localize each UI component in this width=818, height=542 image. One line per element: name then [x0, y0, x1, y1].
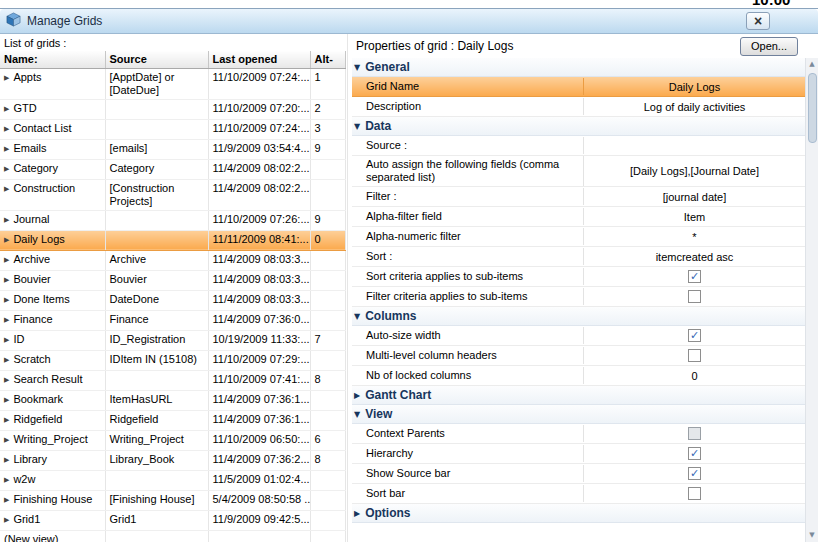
property-value-cell[interactable]: ✓: [584, 268, 805, 285]
grid-last-opened-cell[interactable]: 11/9/2009 03:54:4...: [208, 139, 310, 159]
grid-alt-cell[interactable]: 6: [310, 430, 345, 450]
grid-source-cell[interactable]: Writing_Project: [105, 430, 208, 450]
grid-name-cell[interactable]: ▶Appts: [0, 68, 105, 99]
grid-name-cell[interactable]: ▶ID: [0, 330, 105, 350]
grid-source-cell[interactable]: IDItem IN (15108): [105, 350, 208, 370]
property-value-cell[interactable]: 0: [584, 368, 805, 384]
property-value[interactable]: 0: [691, 370, 697, 382]
property-value[interactable]: Daily Logs: [669, 81, 720, 93]
property-row[interactable]: Context Parents: [352, 424, 805, 444]
grid-name-cell[interactable]: (New view): [0, 530, 105, 542]
grid-name-cell[interactable]: ▶Journal: [0, 210, 105, 230]
grid-alt-cell[interactable]: [310, 410, 345, 430]
grid-alt-cell[interactable]: 3: [310, 119, 345, 139]
grid-row[interactable]: ▶Emails[emails]11/9/2009 03:54:4...9: [0, 139, 345, 159]
grid-last-opened-cell[interactable]: 11/4/2009 08:03:3...: [208, 250, 310, 270]
property-value-cell[interactable]: ✓: [584, 327, 805, 344]
grid-row[interactable]: ▶LibraryLibrary_Book11/4/2009 07:36:2...…: [0, 450, 345, 470]
grid-last-opened-cell[interactable]: 11/10/2009 07:24:...: [208, 68, 310, 99]
grid-source-cell[interactable]: Finance: [105, 310, 208, 330]
property-row[interactable]: Show Source bar✓: [352, 464, 805, 484]
grid-name-cell[interactable]: ▶Archive: [0, 250, 105, 270]
grid-last-opened-cell[interactable]: 11/4/2009 07:36:2...: [208, 450, 310, 470]
section-header-data[interactable]: ▼Data: [352, 117, 805, 136]
grid-name-cell[interactable]: ▶Emails: [0, 139, 105, 159]
grid-last-opened-cell[interactable]: 5/4/2009 08:50:58 ...: [208, 490, 310, 510]
grid-alt-cell[interactable]: 8: [310, 450, 345, 470]
grid-last-opened-cell[interactable]: 11/4/2009 07:36:1...: [208, 390, 310, 410]
grid-name-cell[interactable]: ▶Library: [0, 450, 105, 470]
grid-alt-cell[interactable]: [310, 159, 345, 179]
grid-row[interactable]: ▶ScratchIDItem IN (15108)11/10/2009 07:2…: [0, 350, 345, 370]
grid-name-cell[interactable]: ▶Grid1: [0, 510, 105, 530]
column-header-source[interactable]: Source: [105, 51, 208, 68]
grid-source-cell[interactable]: Grid1: [105, 510, 208, 530]
grid-source-cell[interactable]: [105, 119, 208, 139]
grid-row[interactable]: ▶Construction[Construction Projects]11/4…: [0, 179, 345, 210]
property-value[interactable]: itemcreated asc: [656, 251, 734, 263]
grid-row[interactable]: ▶Contact List11/10/2009 07:24:...3: [0, 119, 345, 139]
property-row[interactable]: Auto assign the following fields (comma …: [352, 156, 805, 187]
property-value[interactable]: *: [692, 231, 696, 243]
grid-source-cell[interactable]: [105, 230, 208, 250]
grid-row[interactable]: ▶ArchiveArchive11/4/2009 08:03:3...: [0, 250, 345, 270]
grid-name-cell[interactable]: ▶Done Items: [0, 290, 105, 310]
checkbox[interactable]: [688, 349, 701, 362]
property-row[interactable]: Sort bar: [352, 484, 805, 504]
grid-alt-cell[interactable]: [310, 510, 345, 530]
grid-row[interactable]: ▶BouvierBouvier11/4/2009 08:03:3...: [0, 270, 345, 290]
grid-row[interactable]: ▶RidgefieldRidgefield11/4/2009 07:36:1..…: [0, 410, 345, 430]
property-row[interactable]: Alpha-numeric filter*: [352, 227, 805, 247]
grid-name-cell[interactable]: ▶Ridgefield: [0, 410, 105, 430]
open-button[interactable]: Open...: [740, 37, 798, 56]
checkbox[interactable]: ✓: [688, 329, 701, 342]
grid-alt-cell[interactable]: [310, 350, 345, 370]
grid-source-cell[interactable]: DateDone: [105, 290, 208, 310]
checkbox[interactable]: [688, 290, 701, 303]
grid-source-cell[interactable]: [105, 99, 208, 119]
grid-last-opened-cell[interactable]: 11/10/2009 07:20:...: [208, 99, 310, 119]
grid-last-opened-cell[interactable]: 11/10/2009 06:50:...: [208, 430, 310, 450]
property-value-cell[interactable]: [584, 485, 805, 502]
grid-alt-cell[interactable]: 0: [310, 230, 345, 250]
grid-alt-cell[interactable]: [310, 390, 345, 410]
checkbox[interactable]: ✓: [688, 467, 701, 480]
grid-source-cell[interactable]: [105, 470, 208, 490]
grid-alt-cell[interactable]: 7: [310, 330, 345, 350]
grid-name-cell[interactable]: ▶Bookmark: [0, 390, 105, 410]
grid-source-cell[interactable]: Category: [105, 159, 208, 179]
property-value-cell[interactable]: [584, 144, 805, 148]
grid-row[interactable]: ▶BookmarkItemHasURL11/4/2009 07:36:1...: [0, 390, 345, 410]
grid-name-cell[interactable]: ▶Daily Logs: [0, 230, 105, 250]
grid-alt-cell[interactable]: [310, 490, 345, 510]
grid-last-opened-cell[interactable]: 11/11/2009 08:41:...: [208, 230, 310, 250]
grid-source-cell[interactable]: [ApptDate] or [DateDue]: [105, 68, 208, 99]
grid-name-cell[interactable]: ▶Finishing House: [0, 490, 105, 510]
scrollbar-thumb[interactable]: [808, 73, 817, 143]
property-row[interactable]: Grid NameDaily Logs: [352, 77, 805, 97]
grid-last-opened-cell[interactable]: [208, 530, 310, 542]
grid-name-cell[interactable]: ▶w2w: [0, 470, 105, 490]
grid-source-cell[interactable]: ID_Registration: [105, 330, 208, 350]
property-row[interactable]: Auto-size width✓: [352, 326, 805, 346]
grid-name-cell[interactable]: ▶Category: [0, 159, 105, 179]
property-value[interactable]: [journal date]: [663, 191, 727, 203]
property-row[interactable]: Nb of locked columns0: [352, 366, 805, 386]
checkbox[interactable]: [688, 487, 701, 500]
section-header-view[interactable]: ▼View: [352, 405, 805, 424]
grid-source-cell[interactable]: [105, 370, 208, 390]
property-row[interactable]: Sort :itemcreated asc: [352, 247, 805, 267]
scroll-up-icon[interactable]: ▲: [809, 58, 814, 71]
grid-name-cell[interactable]: ▶Scratch: [0, 350, 105, 370]
titlebar[interactable]: Manage Grids ×: [0, 9, 818, 34]
grid-row[interactable]: ▶Daily Logs11/11/2009 08:41:...0: [0, 230, 345, 250]
grid-name-cell[interactable]: ▶GTD: [0, 99, 105, 119]
property-row[interactable]: Filter criteria applies to sub-items: [352, 287, 805, 307]
property-row[interactable]: Source :: [352, 136, 805, 156]
grid-last-opened-cell[interactable]: 10/19/2009 11:33:...: [208, 330, 310, 350]
grid-source-cell[interactable]: ItemHasURL: [105, 390, 208, 410]
column-header-name[interactable]: Name:: [0, 51, 105, 68]
property-row[interactable]: Hierarchy✓: [352, 444, 805, 464]
property-value[interactable]: Log of daily activities: [644, 101, 746, 113]
grid-alt-cell[interactable]: [310, 270, 345, 290]
